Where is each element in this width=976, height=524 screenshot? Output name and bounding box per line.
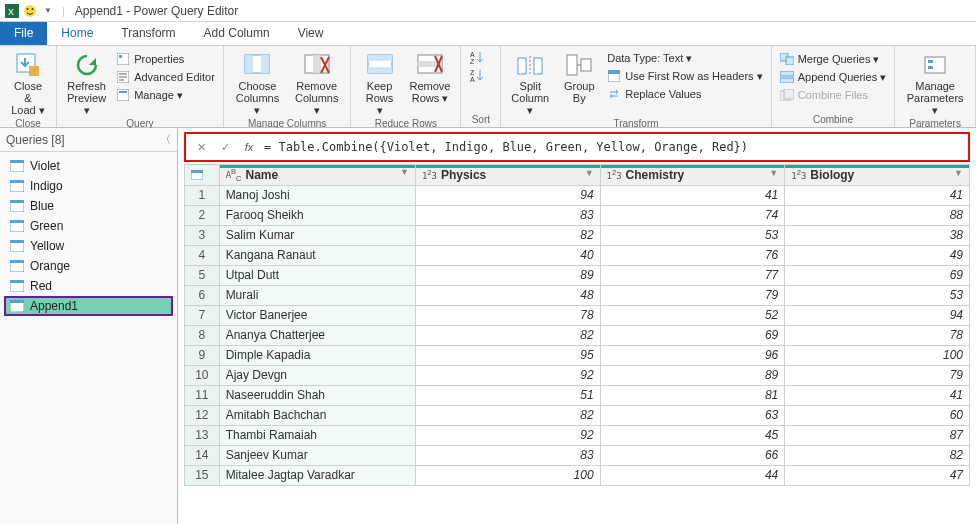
cell-biology[interactable]: 60 <box>785 405 970 425</box>
cell-name[interactable]: Sanjeev Kumar <box>219 445 415 465</box>
row-number[interactable]: 5 <box>185 265 220 285</box>
cell-name[interactable]: Thambi Ramaiah <box>219 425 415 445</box>
column-header-name[interactable]: ABC Name▼ <box>219 165 415 186</box>
manage-button[interactable]: Manage ▾ <box>114 87 217 103</box>
cell-chemistry[interactable]: 69 <box>600 325 785 345</box>
row-number[interactable]: 2 <box>185 205 220 225</box>
cell-biology[interactable]: 88 <box>785 205 970 225</box>
cell-physics[interactable]: 51 <box>415 385 600 405</box>
row-number[interactable]: 13 <box>185 425 220 445</box>
row-number[interactable]: 1 <box>185 185 220 205</box>
column-dropdown-icon[interactable]: ▼ <box>769 168 778 178</box>
data-grid[interactable]: ABC Name▼123 Physics▼123 Chemistry▼123 B… <box>184 164 970 486</box>
cell-name[interactable]: Ajay Devgn <box>219 365 415 385</box>
append-queries-button[interactable]: Append Queries ▾ <box>778 69 889 85</box>
tab-view[interactable]: View <box>284 22 338 45</box>
row-number[interactable]: 10 <box>185 365 220 385</box>
column-dropdown-icon[interactable]: ▼ <box>400 167 409 177</box>
column-header-biology[interactable]: 123 Biology▼ <box>785 165 970 186</box>
row-number[interactable]: 4 <box>185 245 220 265</box>
cell-biology[interactable]: 79 <box>785 365 970 385</box>
sort-desc-button[interactable]: ZA <box>467 67 485 83</box>
cell-biology[interactable]: 100 <box>785 345 970 365</box>
cell-physics[interactable]: 82 <box>415 405 600 425</box>
cell-name[interactable]: Salim Kumar <box>219 225 415 245</box>
table-row[interactable]: 6Murali487953 <box>185 285 970 305</box>
table-row[interactable]: 10Ajay Devgn928979 <box>185 365 970 385</box>
cell-name[interactable]: Dimple Kapadia <box>219 345 415 365</box>
row-number[interactable]: 14 <box>185 445 220 465</box>
cell-biology[interactable]: 41 <box>785 185 970 205</box>
row-number[interactable]: 8 <box>185 325 220 345</box>
collapse-icon[interactable]: 〈 <box>160 132 171 147</box>
remove-columns-button[interactable]: Remove Columns ▾ <box>289 49 344 118</box>
cell-chemistry[interactable]: 89 <box>600 365 785 385</box>
cell-chemistry[interactable]: 96 <box>600 345 785 365</box>
cell-chemistry[interactable]: 76 <box>600 245 785 265</box>
cell-biology[interactable]: 94 <box>785 305 970 325</box>
table-row[interactable]: 1Manoj Joshi944141 <box>185 185 970 205</box>
row-number[interactable]: 12 <box>185 405 220 425</box>
dropdown-icon[interactable]: ▼ <box>40 3 56 19</box>
query-item-blue[interactable]: Blue <box>4 196 173 216</box>
cell-physics[interactable]: 100 <box>415 465 600 485</box>
cell-name[interactable]: Mitalee Jagtap Varadkar <box>219 465 415 485</box>
replace-values-button[interactable]: Replace Values <box>605 86 764 102</box>
table-row[interactable]: 4Kangana Ranaut407649 <box>185 245 970 265</box>
queries-header[interactable]: Queries [8] 〈 <box>0 128 177 152</box>
cell-physics[interactable]: 82 <box>415 325 600 345</box>
cell-name[interactable]: Kangana Ranaut <box>219 245 415 265</box>
cell-biology[interactable]: 38 <box>785 225 970 245</box>
advanced-editor-button[interactable]: Advanced Editor <box>114 69 217 85</box>
cell-physics[interactable]: 78 <box>415 305 600 325</box>
column-header-chemistry[interactable]: 123 Chemistry▼ <box>600 165 785 186</box>
formula-text[interactable]: = Table.Combine({Violet, Indigo, Blue, G… <box>264 140 748 154</box>
table-row[interactable]: 5Utpal Dutt897769 <box>185 265 970 285</box>
cell-name[interactable]: Amitabh Bachchan <box>219 405 415 425</box>
table-corner[interactable] <box>185 165 220 186</box>
sort-asc-button[interactable]: AZ <box>467 49 485 65</box>
cell-biology[interactable]: 82 <box>785 445 970 465</box>
cell-chemistry[interactable]: 52 <box>600 305 785 325</box>
cell-physics[interactable]: 95 <box>415 345 600 365</box>
cell-physics[interactable]: 94 <box>415 185 600 205</box>
column-header-physics[interactable]: 123 Physics▼ <box>415 165 600 186</box>
cell-chemistry[interactable]: 77 <box>600 265 785 285</box>
choose-columns-button[interactable]: Choose Columns ▾ <box>230 49 285 118</box>
cell-chemistry[interactable]: 63 <box>600 405 785 425</box>
query-item-orange[interactable]: Orange <box>4 256 173 276</box>
smiley-icon[interactable] <box>22 3 38 19</box>
query-item-green[interactable]: Green <box>4 216 173 236</box>
cell-physics[interactable]: 82 <box>415 225 600 245</box>
cell-name[interactable]: Naseeruddin Shah <box>219 385 415 405</box>
merge-queries-button[interactable]: Merge Queries ▾ <box>778 51 889 67</box>
close-load-button[interactable]: Close & Load ▾ <box>6 49 50 118</box>
cell-chemistry[interactable]: 53 <box>600 225 785 245</box>
tab-transform[interactable]: Transform <box>107 22 189 45</box>
row-number[interactable]: 15 <box>185 465 220 485</box>
query-item-append1[interactable]: Append1 <box>4 296 173 316</box>
column-dropdown-icon[interactable]: ▼ <box>954 168 963 178</box>
cell-biology[interactable]: 87 <box>785 425 970 445</box>
table-row[interactable]: 7Victor Banerjee785294 <box>185 305 970 325</box>
table-row[interactable]: 12Amitabh Bachchan826360 <box>185 405 970 425</box>
table-row[interactable]: 9Dimple Kapadia9596100 <box>185 345 970 365</box>
cell-physics[interactable]: 83 <box>415 205 600 225</box>
cell-biology[interactable]: 49 <box>785 245 970 265</box>
cell-name[interactable]: Murali <box>219 285 415 305</box>
query-item-indigo[interactable]: Indigo <box>4 176 173 196</box>
cell-name[interactable]: Utpal Dutt <box>219 265 415 285</box>
table-row[interactable]: 14Sanjeev Kumar836682 <box>185 445 970 465</box>
table-row[interactable]: 11Naseeruddin Shah518141 <box>185 385 970 405</box>
accept-formula-icon[interactable]: ✓ <box>216 138 234 156</box>
query-item-yellow[interactable]: Yellow <box>4 236 173 256</box>
cell-physics[interactable]: 48 <box>415 285 600 305</box>
cell-chemistry[interactable]: 79 <box>600 285 785 305</box>
cell-physics[interactable]: 40 <box>415 245 600 265</box>
cell-physics[interactable]: 92 <box>415 425 600 445</box>
table-row[interactable]: 13Thambi Ramaiah924587 <box>185 425 970 445</box>
column-dropdown-icon[interactable]: ▼ <box>585 168 594 178</box>
cell-physics[interactable]: 83 <box>415 445 600 465</box>
cell-chemistry[interactable]: 74 <box>600 205 785 225</box>
row-number[interactable]: 7 <box>185 305 220 325</box>
